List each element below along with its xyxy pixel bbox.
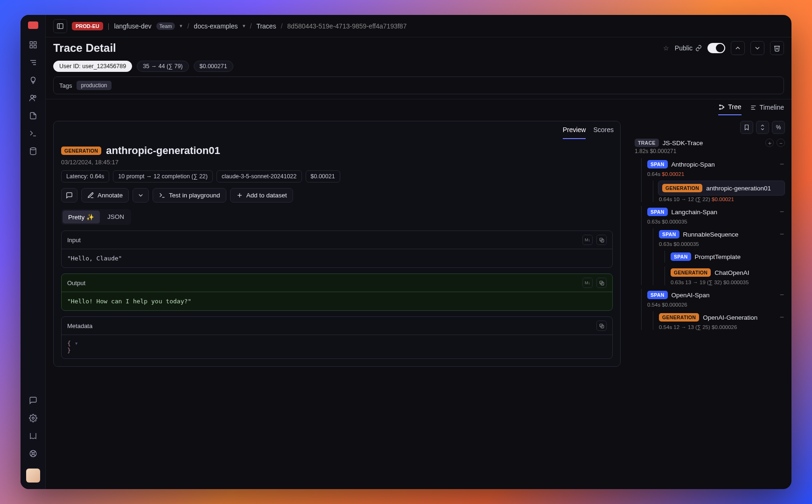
sidebar-toggle-icon[interactable]: [53, 19, 67, 33]
collapse-node-icon[interactable]: −: [780, 161, 784, 168]
tree-node[interactable]: SPANRunnableSequence−0.63s $0.000035: [658, 228, 785, 247]
add-icon[interactable]: ＋: [765, 139, 774, 147]
svg-rect-18: [57, 23, 63, 28]
collapse-node-icon[interactable]: −: [780, 231, 784, 238]
user-id-chip[interactable]: User ID: user_123456789: [53, 61, 132, 72]
markdown-icon[interactable]: M↓: [582, 235, 593, 245]
tree-node[interactable]: GENERATIONOpenAI-Generation−0.54s 12 → 1…: [658, 311, 785, 330]
node-badge: GENERATION: [662, 184, 702, 192]
cost-chip: $0.000271: [194, 61, 233, 72]
dashboard-icon[interactable]: [28, 40, 38, 49]
tree-node[interactable]: SPANPromptTemplate: [670, 251, 785, 263]
trace-badge: TRACE: [635, 139, 659, 147]
tab-scores[interactable]: Scores: [593, 126, 614, 139]
settings-icon[interactable]: [28, 413, 38, 423]
collapse-node-icon[interactable]: −: [780, 291, 784, 299]
support-icon[interactable]: [28, 449, 38, 458]
users-icon[interactable]: [28, 93, 38, 103]
fmt-pretty[interactable]: Pretty ✨: [63, 210, 100, 224]
breadcrumb-trace-id: 8d580443-519e-4713-9859-eff4a7193f87: [287, 22, 407, 30]
playground-button[interactable]: Test in playground: [153, 188, 226, 203]
annotate-more-button[interactable]: [133, 188, 149, 203]
insights-icon[interactable]: [28, 76, 38, 85]
metadata-block: Metadata { ▾}: [61, 316, 613, 359]
collapse-node-icon[interactable]: −: [780, 208, 784, 216]
header: Trace Detail ☆ Public User ID: user_1234…: [46, 37, 791, 99]
logo: [28, 21, 38, 29]
node-badge: SPAN: [647, 208, 668, 216]
svg-point-11: [32, 417, 34, 420]
svg-point-13: [32, 453, 34, 455]
svg-point-7: [30, 95, 33, 98]
add-dataset-button[interactable]: Add to dataset: [230, 188, 293, 203]
tree-node[interactable]: GENERATIONChatOpenAI0.63s 13 → 19 (∑ 32)…: [670, 266, 785, 285]
copy-icon[interactable]: [596, 235, 607, 245]
collapse-node-icon[interactable]: −: [780, 314, 784, 321]
node-badge: SPAN: [671, 252, 691, 261]
node-badge: SPAN: [647, 291, 668, 299]
svg-rect-1: [34, 42, 36, 44]
metadata-text: { ▾}: [62, 335, 612, 358]
output-block: Output M↓ "Hello! How can I help you tod…: [61, 273, 613, 311]
bookmark-icon[interactable]: [740, 121, 753, 134]
tree-node[interactable]: SPANLangchain-Span−0.63s $0.000035: [646, 206, 785, 224]
svg-point-21: [720, 108, 721, 110]
tab-timeline[interactable]: Timeline: [750, 103, 784, 115]
node-sub: 0.54s $0.000026: [646, 302, 785, 308]
remove-icon[interactable]: －: [777, 139, 785, 147]
avatar[interactable]: [26, 469, 40, 483]
tree-node[interactable]: SPANOpenAI-Span−0.54s $0.000026: [646, 289, 785, 308]
node-name: RunnableSequence: [683, 231, 739, 238]
next-button[interactable]: [750, 41, 764, 55]
tree-pane: % TRACE JS-SDK-Trace ＋ － 1.82s $0.000271…: [628, 115, 791, 489]
markdown-icon[interactable]: M↓: [582, 278, 593, 288]
tab-tree[interactable]: Tree: [718, 103, 741, 115]
feedback-icon[interactable]: [28, 396, 38, 405]
tree-node[interactable]: SPANAnthropic-Span−0.64s $0.00021: [646, 158, 785, 177]
copy-icon[interactable]: [596, 321, 607, 331]
node-name: Langchain-Span: [672, 209, 717, 216]
prompts-icon[interactable]: [28, 129, 38, 138]
fmt-json[interactable]: JSON: [102, 210, 130, 224]
breadcrumb-section[interactable]: Traces: [256, 22, 276, 30]
comment-button[interactable]: [61, 188, 77, 203]
traces-icon[interactable]: [28, 58, 38, 67]
docs-icon[interactable]: [28, 431, 38, 441]
latency-pill: Latency: 0.64s: [61, 170, 109, 182]
link-icon: [695, 45, 702, 51]
collapse-icon[interactable]: [756, 121, 769, 134]
cost-pill: $0.00021: [306, 170, 340, 182]
delete-button[interactable]: [770, 41, 784, 55]
svg-point-8: [34, 96, 36, 98]
prev-button[interactable]: [731, 41, 745, 55]
percent-icon[interactable]: %: [772, 121, 785, 134]
chevron-down-icon[interactable]: ▾: [243, 23, 245, 29]
team-badge: Team: [156, 22, 175, 30]
svg-rect-0: [30, 42, 32, 44]
public-label: Public: [675, 44, 702, 52]
node-badge: SPAN: [647, 160, 668, 168]
tree-node[interactable]: GENERATIONanthropic-generation010.64s 10…: [658, 181, 785, 202]
node-sub: 0.63s 13 → 19 (∑ 32) $0.000035: [670, 280, 785, 285]
model-pill: claude-3-5-sonnet-20241022: [217, 170, 302, 182]
output-text: "Hello! How can I help you today?": [62, 292, 612, 310]
breadcrumb-project[interactable]: langfuse-dev: [114, 22, 151, 30]
trace-name[interactable]: JS-SDK-Trace: [663, 140, 703, 147]
node-name: anthropic-generation01: [706, 185, 771, 192]
breadcrumb-folder[interactable]: docs-examples: [194, 22, 238, 30]
tab-preview[interactable]: Preview: [563, 126, 586, 139]
tag-chip[interactable]: production: [77, 81, 111, 90]
chevron-down-icon[interactable]: ▾: [180, 23, 182, 29]
datasets-icon[interactable]: [28, 111, 38, 120]
database-icon[interactable]: [28, 147, 38, 156]
copy-icon[interactable]: [596, 278, 607, 288]
topbar: PROD-EU | langfuse-dev Team ▾ / docs-exa…: [46, 15, 791, 37]
node-name: PromptTemplate: [695, 253, 741, 260]
tokens-chip: 35 → 44 (∑ 79): [137, 61, 189, 72]
star-icon[interactable]: ☆: [663, 44, 669, 52]
env-badge: PROD-EU: [72, 22, 103, 30]
node-sub: 0.63s $0.000035: [646, 219, 785, 224]
public-toggle[interactable]: [707, 43, 725, 53]
node-sub: 0.64s 10 → 12 (∑ 22) $0.00021: [658, 196, 785, 202]
annotate-button[interactable]: Annotate: [81, 188, 129, 203]
